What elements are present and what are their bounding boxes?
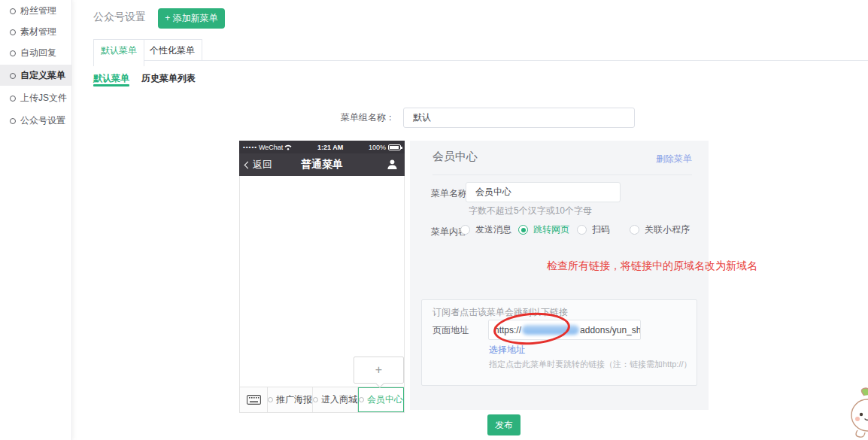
signal-dots-icon: •••••: [243, 144, 257, 150]
page-title: 公众号设置: [93, 11, 146, 24]
menu-name-hint: 字数不超过5个汉字或10个字母: [469, 205, 592, 217]
tab-default-menu[interactable]: 默认菜单: [93, 39, 144, 66]
link-box-tip: 订阅者点击该菜单会跳到以下链接: [432, 306, 568, 319]
battery-percent-label: 100%: [369, 144, 386, 151]
menu-group-name-label: 菜单组名称：: [323, 108, 395, 128]
page-url-label: 页面地址: [432, 320, 469, 340]
radio-icon: [518, 225, 528, 235]
phone-screen: [239, 176, 405, 387]
radio-mini-program[interactable]: 关联小程序: [630, 223, 690, 236]
sidebar-item-upload-js[interactable]: 上传JS文件: [0, 87, 71, 108]
choose-address-link[interactable]: 选择地址: [489, 344, 525, 357]
back-chevron-icon: [244, 162, 252, 169]
phone-nav-bar: 返回 普通菜单: [239, 153, 405, 176]
menu-name-input[interactable]: 会员中心: [466, 182, 621, 202]
circle-icon: [10, 29, 16, 35]
carrier-label: WeChat: [259, 144, 283, 151]
panel-divider: [432, 174, 692, 175]
dot-icon: [313, 397, 318, 402]
sidebar-item-label: 素材管理: [20, 26, 56, 37]
radio-send-message[interactable]: 发送消息: [460, 223, 511, 236]
circle-icon: [10, 73, 16, 79]
menu-item-mall[interactable]: 进入商城: [313, 387, 358, 412]
user-icon[interactable]: [387, 159, 398, 173]
menu-group-name-input[interactable]: 默认: [403, 108, 635, 128]
page-url-hint: 指定点击此菜单时要跳转的链接（注：链接需加http://）: [489, 359, 692, 370]
admin-page: 粉丝管理 素材管理 自动回复 自定义菜单 上传JS文件 公众号设置 公众号设置 …: [0, 0, 868, 440]
tab-personalized-menu[interactable]: 个性化菜单: [142, 39, 202, 61]
add-menu-button[interactable]: + 添加新菜单: [158, 8, 225, 29]
radio-icon: [577, 225, 587, 235]
subtab-history-menu-list[interactable]: 历史菜单列表: [141, 72, 196, 85]
dot-icon: [268, 397, 273, 402]
panel-title: 会员中心: [432, 150, 478, 164]
radio-icon: [460, 225, 470, 235]
url-prefix: https://: [494, 325, 521, 335]
redacted-blur: [522, 325, 579, 335]
delete-menu-link[interactable]: 删除菜单: [656, 153, 692, 165]
sidebar-item-label: 自动回复: [20, 47, 56, 58]
annotation-text: 检查所有链接，将链接中的原域名改为新域名: [547, 259, 757, 273]
menu-item-poster[interactable]: 推广海报: [268, 387, 313, 412]
publish-button[interactable]: 发布: [487, 414, 520, 435]
phone-status-bar: ••••• WeChat 1:21 AM 100%: [239, 141, 405, 153]
radio-scan-code[interactable]: 扫码: [577, 223, 610, 236]
radio-icon: [630, 225, 639, 235]
menu-content-options: 发送消息 跳转网页 扫码 关联小程序: [410, 223, 709, 237]
circle-icon: [10, 50, 16, 56]
menu-item-member-center[interactable]: 会员中心: [358, 387, 404, 412]
circle-icon: [10, 96, 16, 102]
url-suffix: addons/yun_shop/?: [580, 325, 641, 335]
sidebar-item-label: 自定义菜单: [20, 70, 65, 80]
subtab-default-menu[interactable]: 默认菜单: [93, 72, 129, 85]
battery-icon: [388, 144, 401, 150]
sidebar-item-fans[interactable]: 粉丝管理: [0, 0, 71, 21]
clock-label: 1:21 AM: [292, 144, 369, 151]
menu-name-label: 菜单名称: [431, 187, 467, 200]
sidebar-item-account-settings[interactable]: 公众号设置: [0, 110, 71, 131]
menu-edit-panel: 会员中心 删除菜单 菜单名称 会员中心 字数不超过5个汉字或10个字母 菜单内容…: [410, 141, 709, 410]
sidebar-item-auto-reply[interactable]: 自动回复: [0, 42, 71, 63]
link-settings-box: 订阅者点击该菜单会跳到以下链接 页面地址 https:// addons/yun…: [421, 299, 697, 386]
phone-preview: ••••• WeChat 1:21 AM 100% 返回 普通菜单 +: [239, 141, 405, 413]
tab-bar-divider: [93, 60, 868, 61]
sidebar-item-label: 上传JS文件: [20, 93, 67, 103]
wifi-icon: [284, 144, 292, 150]
sidebar-item-custom-menu[interactable]: 自定义菜单: [0, 65, 71, 86]
sidebar-item-label: 粉丝管理: [20, 5, 56, 16]
circle-icon: [10, 8, 16, 14]
sidebar-item-label: 公众号设置: [20, 115, 65, 126]
page-url-input[interactable]: https:// addons/yun_shop/?: [488, 320, 641, 340]
dot-icon: [359, 397, 364, 402]
active-subtab-underline: [93, 84, 129, 86]
back-button[interactable]: 返回: [245, 153, 272, 176]
sidebar-item-material[interactable]: 素材管理: [0, 21, 71, 42]
sidebar: 粉丝管理 素材管理 自动回复 自定义菜单 上传JS文件 公众号设置: [0, 0, 72, 440]
circle-icon: [10, 118, 16, 124]
keyboard-icon: [247, 395, 261, 405]
radio-jump-webpage[interactable]: 跳转网页: [518, 223, 569, 236]
phone-menu-bar: 推广海报 进入商城 会员中心: [239, 387, 405, 413]
mascot-sticker-icon: [847, 385, 868, 440]
keyboard-toggle[interactable]: [240, 387, 268, 412]
